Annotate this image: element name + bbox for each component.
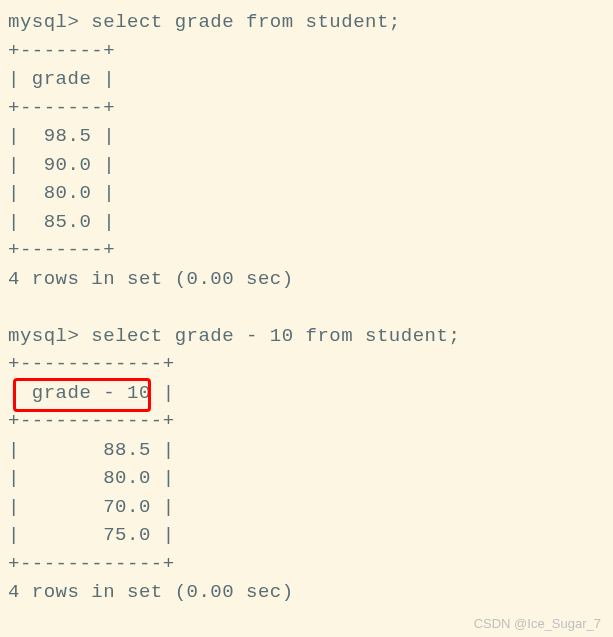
table-border: +-------+ [8, 239, 115, 261]
table-border: +-------+ [8, 97, 115, 119]
table-row: | 70.0 | [8, 496, 175, 518]
table-row: | 75.0 | [8, 524, 175, 546]
table-header-grade: | grade | [8, 68, 115, 90]
table-border: +------------+ [8, 553, 175, 575]
table-border: +-------+ [8, 40, 115, 62]
terminal-output: mysql> select grade from student; +-----… [8, 8, 605, 607]
table-row: | 80.0 | [8, 467, 175, 489]
table-row: | 98.5 | [8, 125, 115, 147]
table-row: | 80.0 | [8, 182, 115, 204]
watermark-text: CSDN @Ice_Sugar_7 [474, 614, 601, 634]
table-row: | 85.0 | [8, 211, 115, 233]
sql-command-1: select grade from student; [91, 11, 400, 33]
table-border: +------------+ [8, 410, 175, 432]
sql-command-2: select grade - 10 from student; [91, 325, 460, 347]
status-text: 4 rows in set (0.00 sec) [8, 268, 294, 290]
table-border: +------------+ [8, 353, 175, 375]
table-row: | 90.0 | [8, 154, 115, 176]
mysql-prompt: mysql> [8, 11, 79, 33]
table-header-grade-minus-10: | grade - 10 | [8, 382, 175, 404]
mysql-prompt: mysql> [8, 325, 79, 347]
table-row: | 88.5 | [8, 439, 175, 461]
status-text: 4 rows in set (0.00 sec) [8, 581, 294, 603]
